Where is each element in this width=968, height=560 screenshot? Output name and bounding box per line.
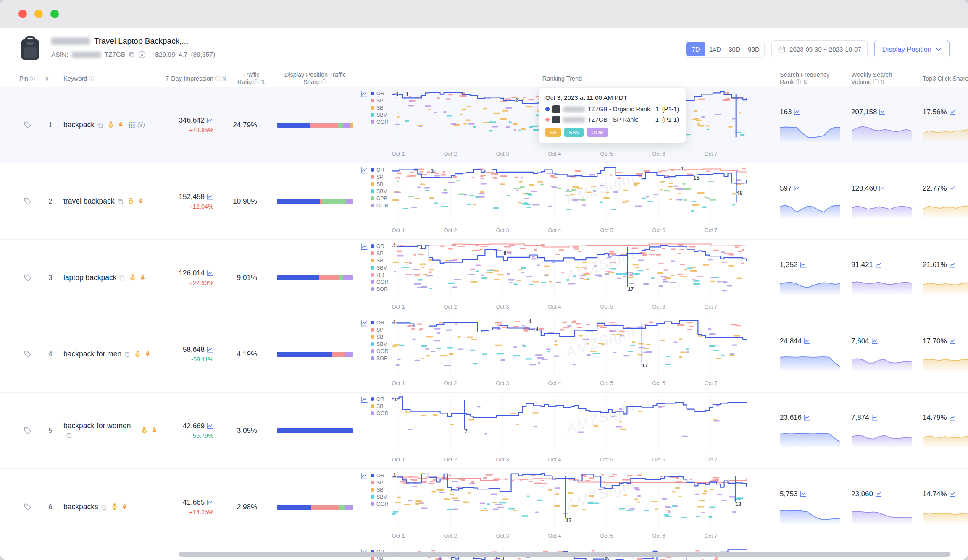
expand-chart-icon[interactable] <box>804 414 810 421</box>
info-icon[interactable]: ⓘ <box>215 76 221 82</box>
legend-item-sbv[interactable]: SBV <box>371 264 388 271</box>
legend-item-oor[interactable]: OOR <box>371 278 388 285</box>
legend-item-oor[interactable]: OOR <box>371 410 388 417</box>
expand-chart-icon[interactable] <box>207 270 213 277</box>
legend-item-sbv[interactable]: SBV <box>371 340 388 348</box>
date-range-picker[interactable]: 2023-09-30 ~ 2023-10-07 <box>771 40 868 58</box>
grid-icon[interactable] <box>128 121 135 128</box>
range-90d-button[interactable]: 90D <box>744 42 763 56</box>
expand-chart-icon[interactable] <box>360 319 368 329</box>
expand-chart-icon[interactable] <box>360 243 368 252</box>
expand-chart-icon[interactable] <box>800 262 807 268</box>
legend-item-sbv[interactable]: SBV <box>371 493 388 500</box>
copy-icon[interactable] <box>117 199 124 205</box>
legend-item-sb[interactable]: SB <box>371 486 388 493</box>
legend-item-sbv[interactable]: SBV <box>371 111 388 118</box>
pin-icon[interactable] <box>23 350 32 359</box>
copy-icon[interactable] <box>129 52 135 58</box>
expand-chart-icon[interactable] <box>207 346 213 353</box>
asin-a-icon[interactable]: a <box>137 121 145 129</box>
pin-icon[interactable] <box>23 426 32 435</box>
legend-item-sor[interactable]: SOR <box>371 355 388 362</box>
expand-chart-icon[interactable] <box>949 491 956 497</box>
pin-icon[interactable] <box>23 120 32 130</box>
legend-item-sp[interactable]: SP <box>371 479 388 486</box>
legend-item-or[interactable]: OR <box>371 472 388 479</box>
legend-item-sor[interactable]: SOR <box>371 285 388 293</box>
legend-item-sp[interactable]: SP <box>371 250 388 257</box>
copy-icon[interactable] <box>101 504 107 510</box>
legend-item-or[interactable]: OR <box>371 319 388 326</box>
info-icon[interactable]: ⓘ <box>873 79 879 85</box>
keyword-text[interactable]: backpack <box>63 120 95 129</box>
legend-item-sb[interactable]: SB <box>371 104 388 111</box>
pin-icon[interactable] <box>23 197 32 206</box>
keyword-text[interactable]: laptop backpack <box>63 273 116 282</box>
expand-chart-icon[interactable] <box>871 414 878 421</box>
legend-item-oor[interactable]: OOR <box>371 202 388 209</box>
legend-item-sp[interactable]: SP <box>371 326 388 333</box>
expand-chart-icon[interactable] <box>207 117 213 124</box>
expand-chart-icon[interactable] <box>794 185 800 192</box>
asin-a-icon[interactable]: a <box>138 51 146 58</box>
legend-item-or[interactable]: OR <box>371 90 388 97</box>
legend-item-or[interactable]: OR <box>371 395 388 403</box>
keyword-text[interactable]: backpack for women <box>63 421 131 430</box>
legend-item-oor[interactable]: OOR <box>371 348 388 355</box>
legend-item-sbv[interactable]: SBV <box>371 188 388 195</box>
copy-icon[interactable] <box>124 351 130 358</box>
legend-item-cpf[interactable]: CPF <box>371 195 388 202</box>
sort-icon[interactable]: ⇅ <box>260 79 265 85</box>
ranking-trend-chart[interactable]: AMZSight11417 <box>387 317 755 379</box>
expand-chart-icon[interactable] <box>360 167 368 176</box>
expand-chart-icon[interactable] <box>949 109 956 115</box>
sort-icon[interactable]: ⇅ <box>880 79 885 85</box>
legend-item-oor[interactable]: OOR <box>371 500 388 508</box>
range-30d-button[interactable]: 30D <box>725 42 744 56</box>
pin-icon[interactable] <box>23 502 32 512</box>
legend-item-or[interactable]: OR <box>371 166 388 173</box>
expand-chart-icon[interactable] <box>804 338 810 345</box>
legend-item-sp[interactable]: SP <box>371 173 388 181</box>
copy-icon[interactable] <box>119 275 125 281</box>
ranking-trend-chart[interactable]: AMZSight311548 <box>387 164 755 226</box>
expand-chart-icon[interactable] <box>207 423 213 429</box>
legend-item-sp[interactable]: SP <box>371 97 388 104</box>
info-icon[interactable]: ⓘ <box>796 79 801 85</box>
expand-chart-icon[interactable] <box>207 194 213 200</box>
expand-chart-icon[interactable] <box>360 472 368 481</box>
info-icon[interactable]: ⓘ <box>253 79 259 85</box>
expand-chart-icon[interactable] <box>879 185 886 192</box>
info-icon[interactable]: ⓘ <box>89 76 94 82</box>
legend-item-oor[interactable]: OOR <box>371 118 388 126</box>
keyword-text[interactable]: backpack for men <box>63 350 121 358</box>
expand-chart-icon[interactable] <box>949 414 956 421</box>
minimize-button[interactable] <box>34 10 43 18</box>
expand-chart-icon[interactable] <box>949 185 956 192</box>
keyword-text[interactable]: backpacks <box>63 502 98 511</box>
expand-chart-icon[interactable] <box>875 491 882 497</box>
expand-chart-icon[interactable] <box>949 262 956 268</box>
ranking-trend-chart[interactable]: AMZSight11713 <box>387 470 755 532</box>
expand-chart-icon[interactable] <box>360 396 368 405</box>
expand-chart-icon[interactable] <box>207 499 213 506</box>
info-icon[interactable]: ⓘ <box>30 76 35 82</box>
legend-item-sb[interactable]: SB <box>371 333 388 340</box>
expand-chart-icon[interactable] <box>794 109 800 115</box>
legend-item-hr[interactable]: HR <box>371 271 388 278</box>
copy-icon[interactable] <box>97 122 103 128</box>
info-icon[interactable]: ⓘ <box>321 79 327 85</box>
display-position-dropdown[interactable]: Display Position <box>874 40 950 58</box>
expand-chart-icon[interactable] <box>871 338 878 345</box>
legend-item-or[interactable]: OR <box>371 243 388 250</box>
range-7d-button[interactable]: 7D <box>686 42 705 56</box>
pin-icon[interactable] <box>23 273 32 283</box>
ranking-trend-chart[interactable]: AMZSight17 <box>387 393 755 455</box>
range-14d-button[interactable]: 14D <box>705 42 725 56</box>
expand-chart-icon[interactable] <box>800 491 807 497</box>
expand-chart-icon[interactable] <box>879 109 886 115</box>
ranking-trend-chart[interactable]: AMZSight11817 <box>387 241 755 303</box>
horizontal-scrollbar[interactable] <box>179 552 950 557</box>
copy-icon[interactable] <box>66 432 72 439</box>
expand-chart-icon[interactable] <box>949 338 956 345</box>
